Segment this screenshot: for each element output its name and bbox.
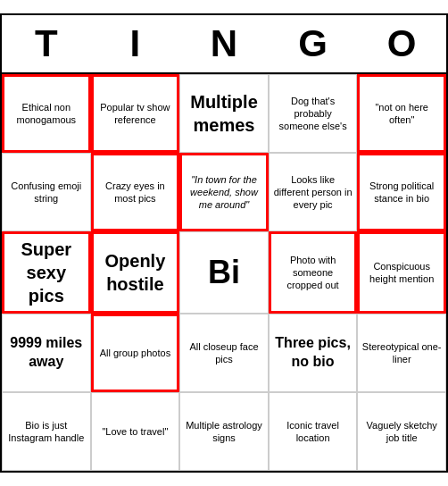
bingo-cell: Popular tv show reference xyxy=(91,74,180,153)
bingo-cell: Dog that's probably someone else's xyxy=(269,74,358,153)
bingo-cell: Looks like different person in every pic xyxy=(269,153,358,231)
bingo-cell: Conspicuous height mention xyxy=(357,231,446,314)
bingo-cell: "In town for the weekend, show me around… xyxy=(179,153,269,231)
header-letter: G xyxy=(269,15,358,72)
bingo-cell: Three pics, no bio xyxy=(269,314,358,392)
bingo-cell: Multiple memes xyxy=(179,74,269,153)
bingo-cell: Strong political stance in bio xyxy=(357,153,446,231)
bingo-cell: "not on here often" xyxy=(357,74,446,153)
bingo-grid: Ethical non monogamousPopular tv show re… xyxy=(2,72,446,471)
bingo-cell: Bi xyxy=(179,231,269,314)
bingo-cell: Photo with someone cropped out xyxy=(269,231,358,314)
bingo-cell: 9999 miles away xyxy=(2,314,91,392)
header-letter: O xyxy=(357,15,446,72)
bingo-header: TINGO xyxy=(2,15,446,72)
bingo-cell: Vaguely sketchy job title xyxy=(357,392,446,471)
header-letter: T xyxy=(2,15,91,72)
bingo-cell: Super sexy pics xyxy=(2,231,91,314)
bingo-cell: Multiple astrology signs xyxy=(179,392,269,471)
header-letter: N xyxy=(179,15,269,72)
bingo-cell: Stereotypical one-liner xyxy=(357,314,446,392)
header-letter: I xyxy=(91,15,180,72)
bingo-cell: All group photos xyxy=(91,314,180,392)
bingo-cell: Confusing emoji string xyxy=(2,153,91,231)
bingo-cell: All closeup face pics xyxy=(179,314,269,392)
bingo-cell: Bio is just Instagram handle xyxy=(2,392,91,471)
bingo-cell: Crazy eyes in most pics xyxy=(91,153,180,231)
bingo-cell: Openly hostile xyxy=(91,231,180,314)
bingo-cell: "Love to travel" xyxy=(91,392,180,471)
bingo-cell: Ethical non monogamous xyxy=(2,74,91,153)
bingo-card: TINGO Ethical non monogamousPopular tv s… xyxy=(0,13,448,473)
bingo-cell: Iconic travel location xyxy=(269,392,358,471)
